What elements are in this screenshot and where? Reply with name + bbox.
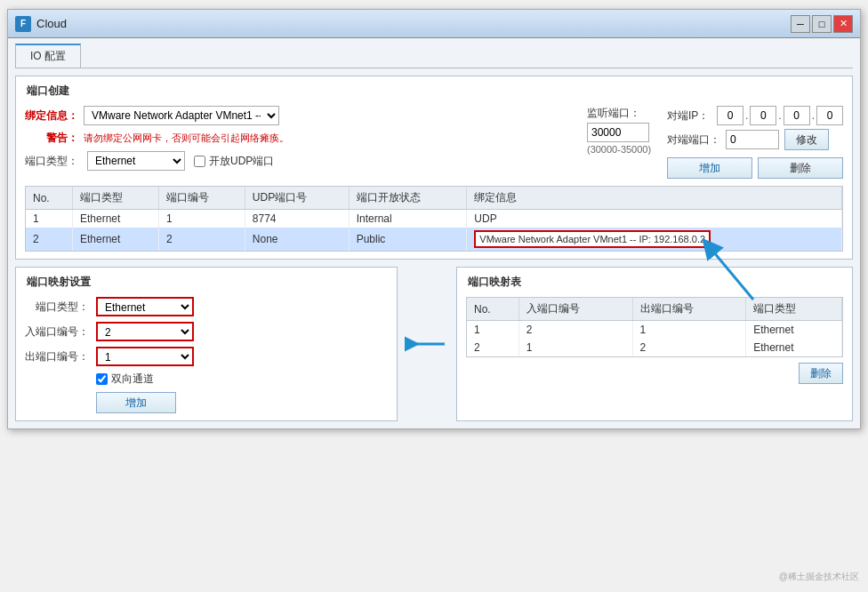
left-arrow-svg (405, 317, 449, 371)
warning-text: 请勿绑定公网网卡，否则可能会引起网络瘫痪。 (84, 132, 289, 145)
out-port-select[interactable]: 1 (96, 347, 194, 366)
add-port-button[interactable]: 增加 (667, 157, 752, 179)
mapping-table-inner: No. 入端口编号 出端口编号 端口类型 1 2 1 Ether (467, 298, 842, 356)
target-ip-row: 对端IP： . . . (667, 106, 843, 125)
bind-label: 绑定信息： (25, 108, 78, 124)
listen-label: 监听端口： (587, 106, 658, 121)
bidirectional-row: 双向通道 (25, 372, 388, 387)
udp-checkbox-row: 开放UDP端口 (194, 154, 274, 169)
mapping-type-select[interactable]: Ethernet (96, 297, 194, 316)
cell-status: Internal (349, 210, 467, 228)
mapping-table-area: No. 入端口编号 出端口编号 端口类型 1 2 1 Ether (466, 297, 843, 357)
port-table: No. 端口类型 端口编号 UDP端口号 端口开放状态 绑定信息 1 Ether… (25, 186, 843, 252)
col-udp: UDP端口号 (245, 187, 349, 210)
ip-octet-1[interactable] (717, 106, 743, 125)
mcol-no: No. (467, 298, 518, 321)
add-mapping-row: 增加 (25, 392, 388, 413)
warning-row: 警告： 请勿绑定公网网卡，否则可能会引起网络瘫痪。 (25, 131, 569, 146)
col-no: No. (26, 187, 72, 210)
cell-type: Ethernet (72, 210, 158, 228)
listen-port-input[interactable] (587, 123, 649, 142)
action-buttons: 增加 删除 (667, 157, 843, 179)
cell-no: 1 (26, 210, 72, 228)
port-type-row: 端口类型： Ethernet 开放UDP端口 (25, 151, 569, 171)
target-port-label: 对端端口： (667, 132, 720, 148)
mapping-row-2[interactable]: 2 1 2 Ethernet (467, 339, 842, 356)
mcell-type-1: Ethernet (746, 321, 842, 340)
mcell-no-2: 2 (467, 339, 518, 356)
cell-udp-2: None (245, 228, 349, 251)
cell-status-2: Public (349, 228, 467, 251)
mapping-settings-title: 端口映射设置 (25, 275, 388, 290)
tab-io-config[interactable]: IO 配置 (15, 44, 81, 68)
close-button[interactable]: ✕ (833, 15, 853, 33)
mcol-out: 出端口编号 (632, 298, 746, 321)
port-type-label: 端口类型： (25, 154, 78, 169)
port-form: 端口类型： Ethernet 入端口编号： 2 出端口编号： (25, 297, 388, 413)
warning-label: 警告： (25, 131, 78, 146)
port-creation-section: 端口创建 绑定信息： VMware Network Adapter VMnet1… (15, 76, 853, 260)
mcol-type: 端口类型 (746, 298, 842, 321)
out-port-label: 出端口编号： (25, 349, 89, 364)
col-status: 端口开放状态 (349, 187, 467, 210)
target-port-row: 对端端口： 修改 (667, 129, 843, 150)
main-window: F Cloud ─ □ ✕ IO 配置 端口创建 绑定信息： (7, 9, 861, 429)
cell-num: 1 (158, 210, 245, 228)
table-row[interactable]: 1 Ethernet 1 8774 Internal UDP (26, 210, 842, 228)
target-ip-label: 对端IP： (667, 108, 711, 124)
port-table-inner: No. 端口类型 端口编号 UDP端口号 端口开放状态 绑定信息 1 Ether… (26, 187, 842, 251)
modify-button[interactable]: 修改 (784, 129, 829, 150)
in-port-select[interactable]: 2 (96, 322, 194, 341)
cell-type-2: Ethernet (72, 228, 158, 251)
udp-checkbox[interactable] (194, 156, 205, 167)
delete-mapping-button[interactable]: 删除 (799, 363, 843, 384)
minimize-button[interactable]: ─ (791, 15, 810, 33)
bidirectional-label: 双向通道 (111, 372, 154, 387)
ip-octet-4[interactable] (816, 106, 843, 125)
bottom-panels: 端口映射设置 端口类型： Ethernet 入端口编号： 2 (15, 267, 853, 421)
app-icon: F (15, 16, 31, 32)
add-mapping-button[interactable]: 增加 (96, 392, 176, 413)
in-port-row: 入端口编号： 2 (25, 322, 388, 341)
mcell-out-1: 1 (632, 321, 746, 340)
mcell-in-2: 1 (518, 339, 632, 356)
in-port-label: 入端口编号： (25, 324, 89, 340)
udp-label: 开放UDP端口 (209, 154, 274, 169)
mapping-type-row: 端口类型： Ethernet (25, 297, 388, 316)
titlebar: F Cloud ─ □ ✕ (8, 10, 860, 38)
col-num: 端口编号 (158, 187, 245, 210)
tabs-bar: IO 配置 (15, 44, 853, 68)
delete-port-button[interactable]: 删除 (758, 157, 843, 179)
mapping-type-label: 端口类型： (25, 300, 89, 315)
bidirectional-checkbox[interactable] (96, 373, 108, 385)
ip-octet-3[interactable] (784, 106, 810, 125)
port-type-select[interactable]: Ethernet (87, 151, 185, 171)
col-binding: 绑定信息 (467, 187, 842, 210)
mcol-in: 入端口编号 (518, 298, 632, 321)
titlebar-controls: ─ □ ✕ (791, 15, 853, 33)
mapping-table-title: 端口映射表 (466, 275, 843, 290)
cell-num-2: 2 (158, 228, 245, 251)
mcell-out-2: 2 (632, 339, 746, 356)
out-port-row: 出端口编号： 1 (25, 347, 388, 366)
port-creation-title: 端口创建 (25, 84, 843, 99)
window-title: Cloud (36, 17, 67, 30)
cell-udp: 8774 (245, 210, 349, 228)
bind-row: 绑定信息： VMware Network Adapter VMnet1 -- I… (25, 106, 569, 125)
target-port-input[interactable] (726, 130, 779, 149)
col-type: 端口类型 (72, 187, 158, 210)
mcell-in-1: 2 (518, 321, 632, 340)
arrow-area (405, 267, 449, 421)
ip-octet-2[interactable] (750, 106, 776, 125)
mcell-no-1: 1 (467, 321, 518, 340)
table-row-highlight[interactable]: 2 Ethernet 2 None Public VMware Network … (26, 228, 842, 251)
bind-select[interactable]: VMware Network Adapter VMnet1 -- IP: 192… (84, 106, 279, 125)
listen-note: (30000-35000) (587, 144, 658, 155)
titlebar-left: F Cloud (15, 16, 67, 32)
mapping-row-1[interactable]: 1 2 1 Ethernet (467, 321, 842, 340)
cell-binding: UDP (467, 210, 842, 228)
ip-inputs: . . . (717, 106, 843, 125)
port-mapping-settings: 端口映射设置 端口类型： Ethernet 入端口编号： 2 (15, 267, 398, 421)
cell-binding-highlight: VMware Network Adapter VMnet1 -- IP: 192… (467, 228, 842, 251)
maximize-button[interactable]: □ (812, 15, 832, 33)
